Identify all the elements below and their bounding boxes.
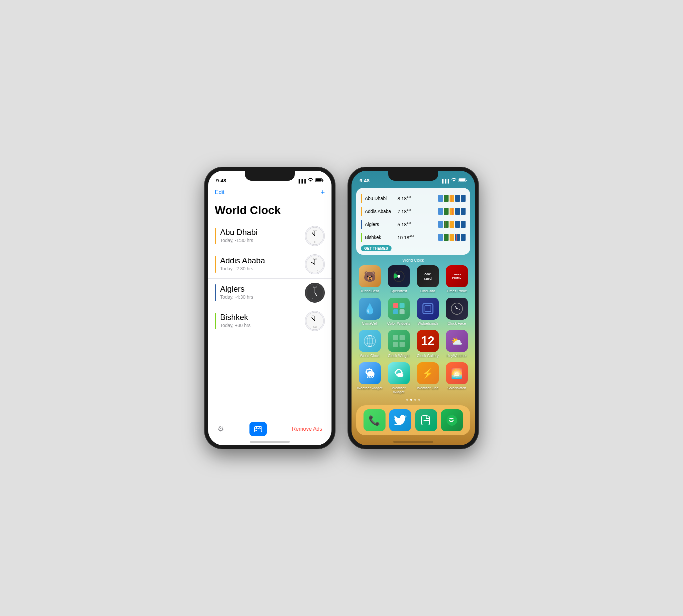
phone-2: 9:48 ▐▐▐ Abu Dhabi <box>348 167 478 449</box>
phone2-screen: 9:48 ▐▐▐ Abu Dhabi <box>351 171 475 445</box>
svg-text:AM: AM <box>313 326 317 328</box>
svg-rect-27 <box>257 428 259 429</box>
dock: 📞 <box>356 405 470 435</box>
app-colorwidgets[interactable]: Color Widgets <box>386 298 411 325</box>
tunnelbear-icon: 🐻 <box>359 265 381 287</box>
colorwidgets-label: Color Widgets <box>387 321 410 325</box>
clock-item-algiers[interactable]: Algiers Today, -4:30 hrs AM 5 <box>208 279 332 307</box>
app-grid-row3: World Clock Clock Widget <box>351 330 475 358</box>
widget-time-bishkek: 10:18AM <box>398 235 414 240</box>
dock-spotify[interactable] <box>441 409 463 431</box>
clockwidget-icon <box>388 330 410 352</box>
page-dot-2 <box>410 399 412 401</box>
app-grid-row2: 💧 ClimaCell Color Widgets <box>351 298 475 325</box>
world-clock-widget[interactable]: Abu Dhabi 8:18AM <box>356 188 470 255</box>
svg-rect-2 <box>316 179 322 182</box>
widget-dot-bishkek <box>361 233 362 242</box>
onecard-label: OneCard <box>420 289 435 293</box>
page-dot-3 <box>414 399 416 401</box>
city-name-bishkek: Bishkek <box>220 313 251 322</box>
main-container: 9:48 ▐▐▐ Edit + World Clock <box>205 167 478 449</box>
solarwatch-label: SolarWatch <box>447 386 466 390</box>
widget-row-addis: Addis Ababa 7:18AM <box>361 205 466 218</box>
spotify-icon <box>441 409 463 431</box>
svg-rect-35 <box>393 303 398 308</box>
onecard-icon: onecard <box>417 265 439 287</box>
notch <box>245 171 295 181</box>
weatherwidget2-label: Weather Widget <box>386 386 411 394</box>
city-info-bishkek: Bishkek Today, +30 hrs <box>220 313 251 329</box>
dock-phone[interactable]: 📞 <box>364 409 386 431</box>
weatherline-icon: ⚡ <box>417 362 439 384</box>
weatherwidget2-icon: 🌤 <box>388 362 410 384</box>
clockgallery-label: Clock Gallery <box>417 354 439 358</box>
colorwidgets-icon <box>388 298 410 320</box>
page-dots <box>351 399 475 401</box>
app-heyweather[interactable]: ⛅ HeyWeather <box>444 330 470 358</box>
page-dot-4 <box>418 399 420 401</box>
city-info-abu-dhabi: Abu Dhabi Today, -1:30 hrs <box>220 228 257 244</box>
clock-item-bishkek[interactable]: Bishkek Today, +30 hrs 10 AM <box>208 307 332 335</box>
widget-row-abu-dhabi: Abu Dhabi 8:18AM <box>361 192 466 205</box>
app-grid-row1: 🐻 TunnelBear Speedtest <box>351 265 475 293</box>
app-weatherwidget1[interactable]: 🌦 Weather widget <box>357 362 383 394</box>
widgetsmith-icon <box>417 298 439 320</box>
city-info-addis: Addis Ababa Today, -2:30 hrs <box>220 256 265 273</box>
svg-rect-53 <box>393 342 398 347</box>
svg-rect-37 <box>393 309 398 314</box>
widget-dot-algiers <box>361 220 362 229</box>
timesprime-icon: TIMESPRIME <box>446 265 468 287</box>
app-climacell[interactable]: 💧 ClimaCell <box>357 298 383 325</box>
app-weatherline[interactable]: ⚡ Weather Line <box>415 362 441 394</box>
tunnelbear-label: TunnelBear <box>360 289 379 293</box>
app-speedtest[interactable]: Speedtest <box>386 265 411 293</box>
app-worldclock[interactable]: World Clock <box>357 330 383 358</box>
app-timesprime[interactable]: TIMESPRIME Times Prime <box>444 265 470 293</box>
city-diff-algiers: Today, -4:30 hrs <box>220 294 253 300</box>
widget-city-bishkek: Bishkek <box>365 235 395 240</box>
heyweather-icon: ⛅ <box>446 330 468 352</box>
weatherwidget1-icon: 🌦 <box>359 362 381 384</box>
widget-time-algiers: 5:18AM <box>398 222 411 227</box>
settings-icon[interactable]: ⚙ <box>217 425 224 433</box>
calendar-widget-button[interactable] <box>250 422 267 436</box>
app-clockface[interactable]: Clock Face <box>444 298 470 325</box>
phone-1: 9:48 ▐▐▐ Edit + World Clock <box>205 167 335 449</box>
svg-rect-28 <box>259 428 261 429</box>
worldclock-label: World Clock <box>360 354 380 358</box>
city-diff-addis: Today, -2:30 hrs <box>220 266 265 271</box>
widget-dot-addis <box>361 207 362 216</box>
app-weatherwidget2[interactable]: 🌤 Weather Widget <box>386 362 411 394</box>
notch-2 <box>388 171 438 181</box>
city-diff-abu-dhabi: Today, -1:30 hrs <box>220 238 257 243</box>
world-clock-heading: World Clock <box>215 204 325 217</box>
widget-dot-abu-dhabi <box>361 194 362 203</box>
svg-rect-26 <box>255 428 257 429</box>
app-onecard[interactable]: onecard OneCard <box>415 265 441 293</box>
dock-twitter[interactable] <box>389 409 411 431</box>
get-themes-button[interactable]: GET THEMES <box>361 245 391 251</box>
app-clockgallery[interactable]: 12 Clock Gallery <box>415 330 441 358</box>
app-clockwidget[interactable]: Clock Widget <box>386 330 411 358</box>
clock-face-algiers: AM 5 <box>305 283 325 303</box>
app-solarwatch[interactable]: 🌅 SolarWatch <box>444 362 470 394</box>
svg-rect-32 <box>459 179 465 182</box>
clock-item-abu-dhabi[interactable]: Abu Dhabi Today, -1:30 hrs AM 8 <box>208 222 332 250</box>
twitter-icon <box>389 409 411 431</box>
widget-visual-algiers <box>438 221 466 228</box>
timesprime-label: Times Prime <box>447 289 467 293</box>
remove-ads-button[interactable]: Remove Ads <box>292 426 322 432</box>
app-tunnelbear[interactable]: 🐻 TunnelBear <box>357 265 383 293</box>
clock-item-addis-ababa[interactable]: Addis Ababa Today, -2:30 hrs AM 7 <box>208 250 332 279</box>
wifi-icon-2 <box>451 178 456 183</box>
phone1-screen: 9:48 ▐▐▐ Edit + World Clock <box>208 171 332 445</box>
app-widgetsmith[interactable]: Widgetsmith <box>415 298 441 325</box>
svg-rect-54 <box>400 342 405 347</box>
color-bar-addis <box>215 256 216 273</box>
edit-button[interactable]: Edit <box>215 189 225 196</box>
clockwidget-label: Clock Widget <box>388 354 409 358</box>
dock-evernote[interactable] <box>415 409 437 431</box>
add-button[interactable]: + <box>320 188 325 197</box>
city-name-abu-dhabi: Abu Dhabi <box>220 228 257 237</box>
widget-world-clock-label: World Clock <box>351 258 475 263</box>
